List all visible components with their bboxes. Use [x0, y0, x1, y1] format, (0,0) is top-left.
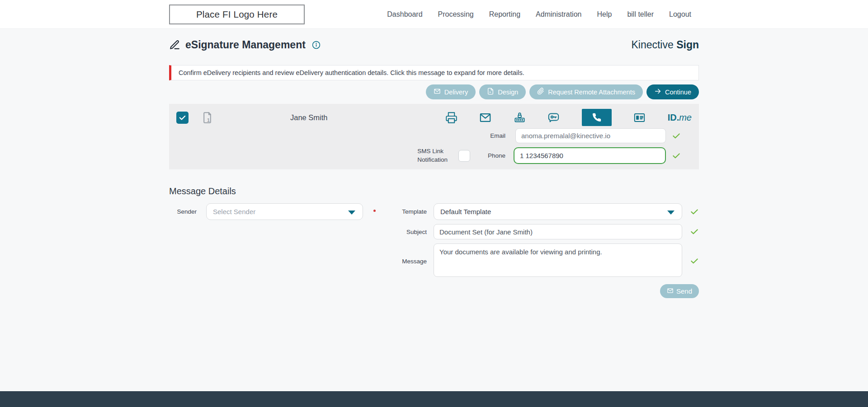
recipient-header-row: 1 Jane Smith	[176, 108, 692, 127]
brand-name: Kinective	[631, 39, 673, 51]
message-details-form: Sender Select Sender Template Default Te…	[169, 203, 699, 298]
sender-select[interactable]: Select Sender	[206, 203, 363, 220]
subject-input[interactable]	[434, 224, 682, 239]
request-remote-attachments-label: Request Remote Attachments	[548, 89, 635, 96]
document-icon	[487, 88, 494, 96]
continue-button[interactable]: Continue	[646, 84, 699, 99]
password-auth-icon[interactable]	[514, 112, 526, 124]
nav-dashboard[interactable]: Dashboard	[387, 10, 422, 19]
brand-logo: Kinective Sign	[631, 39, 699, 51]
template-value: Default Template	[440, 208, 491, 215]
document-count-icon[interactable]: 1	[201, 111, 213, 125]
brand-product: Sign	[676, 39, 699, 51]
sender-label: Sender	[169, 208, 197, 215]
auth-method-icons: ID.me	[445, 109, 692, 126]
email-row: Email	[176, 128, 692, 143]
sender-row: Sender Select Sender	[169, 203, 386, 220]
sms-key-auth-icon[interactable]	[547, 112, 560, 124]
main-content: eSignature Management Kinective Sign Con…	[0, 29, 868, 298]
arrow-right-icon	[654, 88, 661, 96]
nav-help[interactable]: Help	[597, 10, 612, 19]
sender-placeholder: Select Sender	[213, 208, 255, 215]
fi-logo-text: Place FI Logo Here	[196, 9, 278, 20]
delivery-button[interactable]: Delivery	[426, 84, 476, 99]
chevron-down-icon	[667, 211, 675, 215]
email-auth-icon[interactable]	[479, 112, 491, 124]
phone-row: SMS Link Notification Phone	[176, 147, 692, 164]
phone-valid-check-icon	[672, 151, 681, 160]
design-label: Design	[498, 89, 518, 96]
envelope-icon	[434, 88, 441, 96]
design-button[interactable]: Design	[479, 84, 526, 99]
info-icon[interactable]	[312, 41, 321, 49]
message-details-heading: Message Details	[169, 186, 699, 196]
alert-text: Confirm eDelivery recipients and review …	[179, 69, 524, 76]
template-select[interactable]: Default Template	[434, 203, 682, 220]
fi-logo-placeholder: Place FI Logo Here	[169, 5, 305, 24]
signature-pen-icon	[169, 39, 180, 51]
nav-links: Dashboard Processing Reporting Administr…	[387, 10, 699, 19]
phone-auth-icon[interactable]	[582, 109, 612, 126]
contact-card-icon[interactable]	[633, 112, 646, 124]
send-button[interactable]: Send	[660, 284, 699, 298]
page-title: eSignature Management	[185, 39, 306, 51]
continue-label: Continue	[665, 89, 691, 96]
title-row: eSignature Management Kinective Sign	[169, 39, 699, 51]
subject-label: Subject	[386, 229, 427, 235]
phone-label: Phone	[488, 152, 505, 159]
email-valid-check-icon	[672, 131, 681, 140]
toolbar: Delivery Design Request Remote Attachmen…	[169, 84, 699, 99]
idme-me-text: me	[679, 112, 692, 123]
recipient-row: 1 Jane Smith	[169, 104, 699, 169]
subject-valid-check-icon	[690, 227, 699, 236]
send-label: Send	[676, 287, 692, 295]
phone-input[interactable]	[514, 147, 666, 164]
request-remote-attachments-button[interactable]: Request Remote Attachments	[529, 84, 643, 99]
alert-banner[interactable]: Confirm eDelivery recipients and review …	[169, 65, 699, 80]
template-column: Template Default Template Subject	[386, 203, 699, 298]
print-icon[interactable]	[445, 112, 458, 124]
template-row: Template Default Template	[386, 203, 699, 220]
email-label: Email	[490, 132, 505, 139]
footer-bar	[0, 391, 868, 407]
page: Place FI Logo Here Dashboard Processing …	[0, 0, 868, 407]
nav-processing[interactable]: Processing	[438, 10, 474, 19]
nav-user[interactable]: bill teller	[627, 10, 654, 19]
paperclip-icon	[537, 88, 544, 96]
template-label: Template	[386, 208, 427, 215]
message-valid-check-icon	[690, 257, 699, 266]
message-label: Message	[386, 258, 427, 265]
recipient-name: Jane Smith	[290, 113, 328, 122]
sms-notification-checkbox[interactable]	[458, 150, 470, 162]
envelope-icon	[667, 287, 674, 295]
recipient-checkbox[interactable]	[176, 112, 189, 124]
nav-reporting[interactable]: Reporting	[489, 10, 520, 19]
email-input[interactable]	[515, 128, 666, 143]
send-row: Send	[386, 284, 699, 298]
nav-administration[interactable]: Administration	[536, 10, 581, 19]
idme-id-text: ID.	[668, 112, 679, 123]
delivery-label: Delivery	[444, 89, 468, 96]
nav-logout[interactable]: Logout	[669, 10, 691, 19]
sms-link-notification-label: SMS Link Notification	[417, 147, 448, 164]
subject-row: Subject	[386, 224, 699, 239]
message-textarea[interactable]: Your documents are available for viewing…	[434, 243, 682, 277]
svg-text:1: 1	[207, 117, 210, 122]
chevron-down-icon	[348, 211, 355, 215]
top-nav: Place FI Logo Here Dashboard Processing …	[0, 0, 868, 29]
required-indicator	[373, 210, 376, 212]
idme-logo[interactable]: ID.me	[668, 112, 692, 123]
message-row: Message Your documents are available for…	[386, 243, 699, 279]
template-valid-check-icon	[690, 207, 699, 216]
